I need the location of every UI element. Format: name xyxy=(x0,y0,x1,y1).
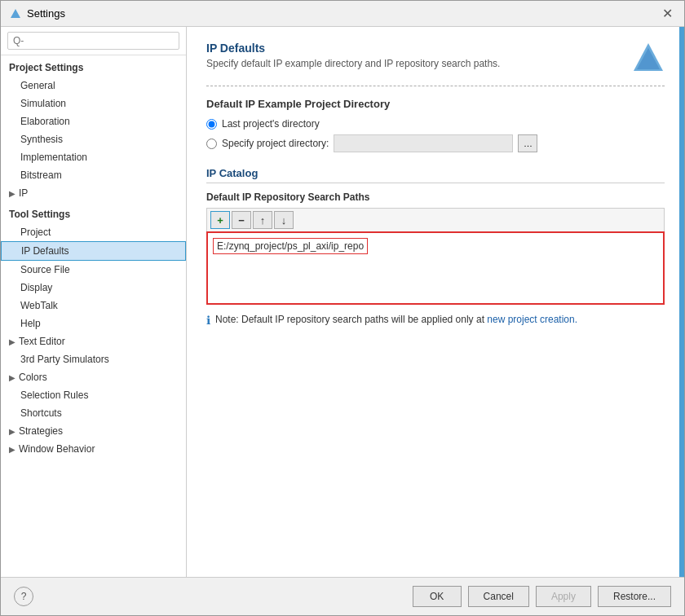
sidebar-item-elaboration[interactable]: Elaboration xyxy=(1,112,186,130)
radio-specify[interactable] xyxy=(206,139,217,149)
apply-button[interactable]: Apply xyxy=(536,586,591,607)
move-up-button[interactable]: ↑ xyxy=(253,211,272,229)
sidebar-item-text-editor[interactable]: ▶ Text Editor xyxy=(1,332,186,350)
text-editor-label: Text Editor xyxy=(19,336,65,347)
dialog-body: Project Settings General Simulation Elab… xyxy=(1,27,684,577)
main-wrapper: IP Defaults Specify default IP example d… xyxy=(187,27,684,577)
settings-dialog: Settings ✕ Project Settings General Simu… xyxy=(0,0,685,616)
right-accent xyxy=(679,27,684,577)
help-button[interactable]: ? xyxy=(14,587,33,606)
repo-toolbar: + − ↑ ↓ xyxy=(206,208,665,231)
note-text: Note: Default IP repository search paths… xyxy=(215,313,577,327)
paths-list: E:/zynq_project/ps_pl_axi/ip_repo xyxy=(206,231,665,305)
section-divider xyxy=(206,86,665,86)
sidebar-item-ip[interactable]: ▶ IP xyxy=(1,184,186,202)
tool-settings-label: Tool Settings xyxy=(1,202,186,223)
window-behavior-arrow-icon: ▶ xyxy=(9,445,15,454)
project-settings-label: Project Settings xyxy=(1,55,186,77)
radio-group: Last project's directory Specify project… xyxy=(206,118,665,152)
strategies-arrow-icon: ▶ xyxy=(9,427,15,436)
sidebar-item-selection-rules[interactable]: Selection Rules xyxy=(1,386,186,404)
sidebar-item-display[interactable]: Display xyxy=(1,279,186,297)
svg-marker-0 xyxy=(11,9,20,18)
text-editor-arrow-icon: ▶ xyxy=(9,337,15,346)
specify-input[interactable] xyxy=(334,134,513,152)
sidebar-item-bitstream[interactable]: Bitstream xyxy=(1,166,186,184)
path-item[interactable]: E:/zynq_project/ps_pl_axi/ip_repo xyxy=(213,238,368,254)
restore-button[interactable]: Restore... xyxy=(598,586,671,607)
colors-label: Colors xyxy=(19,372,47,383)
sidebar-item-implementation[interactable]: Implementation xyxy=(1,148,186,166)
browse-button[interactable]: … xyxy=(518,134,537,152)
ip-catalog-section: IP Catalog Default IP Repository Search … xyxy=(206,167,665,327)
sidebar: Project Settings General Simulation Elab… xyxy=(1,27,187,577)
radio-last-project-label: Last project's directory xyxy=(222,118,320,130)
cancel-button[interactable]: Cancel xyxy=(468,586,529,607)
search-input[interactable] xyxy=(7,32,179,50)
subsection-title: Default IP Example Project Directory xyxy=(206,98,665,110)
window-behavior-label: Window Behavior xyxy=(19,443,95,455)
sidebar-item-colors[interactable]: ▶ Colors xyxy=(1,368,186,386)
ip-arrow-icon: ▶ xyxy=(9,189,15,198)
sidebar-item-help[interactable]: Help xyxy=(1,315,186,332)
ok-button[interactable]: OK xyxy=(413,586,462,607)
strategies-label: Strategies xyxy=(19,425,63,437)
content-header-text: IP Defaults Specify default IP example d… xyxy=(206,42,500,79)
section-title: IP Defaults xyxy=(206,42,500,55)
close-button[interactable]: ✕ xyxy=(659,7,676,20)
radio-specify-row: Specify project directory: … xyxy=(206,134,665,152)
content-header: IP Defaults Specify default IP example d… xyxy=(206,42,665,79)
sidebar-item-general[interactable]: General xyxy=(1,77,186,95)
sidebar-item-ip-defaults[interactable]: IP Defaults xyxy=(1,241,186,261)
remove-path-button[interactable]: − xyxy=(232,211,251,229)
main-content: IP Defaults Specify default IP example d… xyxy=(187,27,684,577)
vivado-logo xyxy=(632,42,665,74)
move-down-button[interactable]: ↓ xyxy=(274,211,294,229)
colors-arrow-icon: ▶ xyxy=(9,373,15,382)
radio-last-project[interactable] xyxy=(206,119,217,130)
title-bar: Settings ✕ xyxy=(1,1,684,27)
title-bar-left: Settings xyxy=(9,7,65,20)
sidebar-item-simulation[interactable]: Simulation xyxy=(1,95,186,112)
info-icon: ℹ xyxy=(206,314,210,327)
note-highlight: new project creation. xyxy=(487,314,577,325)
sidebar-item-project[interactable]: Project xyxy=(1,223,186,241)
radio-last-project-row: Last project's directory xyxy=(206,118,665,130)
sidebar-item-window-behavior[interactable]: ▶ Window Behavior xyxy=(1,440,186,458)
sidebar-item-webtalk[interactable]: WebTalk xyxy=(1,297,186,315)
sidebar-item-3rd-party[interactable]: 3rd Party Simulators xyxy=(1,350,186,368)
add-path-button[interactable]: + xyxy=(210,211,230,229)
repo-paths-title: Default IP Repository Search Paths xyxy=(206,191,665,203)
section-subtitle: Specify default IP example directory and… xyxy=(206,58,500,69)
sidebar-item-shortcuts[interactable]: Shortcuts xyxy=(1,404,186,422)
note-row: ℹ Note: Default IP repository search pat… xyxy=(206,313,665,327)
ip-catalog-title: IP Catalog xyxy=(206,167,665,183)
ip-label: IP xyxy=(19,187,28,199)
dialog-footer: ? OK Cancel Apply Restore... xyxy=(1,577,684,615)
sidebar-item-source-file[interactable]: Source File xyxy=(1,261,186,279)
settings-icon xyxy=(9,7,22,20)
sidebar-item-strategies[interactable]: ▶ Strategies xyxy=(1,422,186,440)
search-bar xyxy=(1,27,186,55)
radio-specify-label: Specify project directory: xyxy=(222,138,329,149)
sidebar-item-synthesis[interactable]: Synthesis xyxy=(1,130,186,148)
dialog-title: Settings xyxy=(27,7,65,20)
